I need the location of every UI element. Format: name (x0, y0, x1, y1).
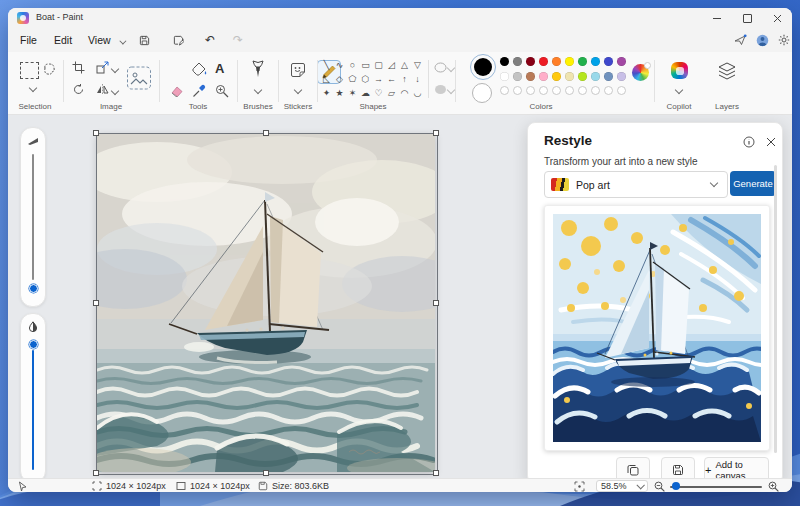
selection-handle-n[interactable] (263, 130, 269, 136)
flip-chevron-icon[interactable] (111, 87, 119, 95)
stickers-chevron-icon[interactable] (294, 86, 302, 94)
shape-cell[interactable]: ◇ (333, 72, 346, 85)
shape-cell[interactable]: ⬡ (359, 72, 372, 85)
share-button[interactable] (730, 31, 750, 49)
palette-color[interactable] (552, 72, 561, 81)
shape-cell[interactable]: △ (398, 58, 411, 71)
shape-cell[interactable]: ▢ (372, 58, 385, 71)
palette-empty-slot[interactable] (552, 86, 561, 95)
palette-color[interactable] (565, 57, 574, 66)
save-button[interactable] (134, 31, 154, 49)
fit-to-screen-button[interactable] (574, 480, 585, 492)
undo-button[interactable]: ↶ (200, 31, 220, 49)
brush-size-thumb[interactable] (29, 284, 38, 293)
palette-color[interactable] (591, 57, 600, 66)
fill-tool-icon[interactable] (192, 62, 207, 77)
shape-cell[interactable]: ♡ (372, 86, 385, 99)
selection-handle-sw[interactable] (93, 470, 99, 476)
palette-color[interactable] (526, 57, 535, 66)
copilot-icon[interactable] (671, 62, 688, 79)
minimize-button[interactable] (702, 8, 732, 28)
rotate-icon[interactable] (72, 83, 85, 96)
save-as-button[interactable] (168, 31, 188, 49)
copilot-chevron-icon[interactable] (675, 86, 683, 94)
palette-color[interactable] (552, 57, 561, 66)
resize-icon[interactable] (96, 61, 109, 74)
palette-color[interactable] (604, 72, 613, 81)
shape-cell[interactable]: ⬠ (346, 72, 359, 85)
selection-handle-ne[interactable] (433, 130, 439, 136)
palette-empty-slot[interactable] (617, 86, 626, 95)
shape-cell[interactable]: → (372, 72, 385, 85)
shape-cell[interactable]: ◠ (398, 86, 411, 99)
palette-empty-slot[interactable] (500, 86, 509, 95)
sticker-icon[interactable] (290, 62, 306, 78)
shape-cell[interactable]: ✦ (320, 86, 333, 99)
brushes-chevron-icon[interactable] (254, 86, 262, 94)
palette-color[interactable] (500, 72, 509, 81)
shape-cell[interactable]: ▱ (385, 86, 398, 99)
shape-cell[interactable]: ★ (333, 86, 346, 99)
eyedropper-tool-icon[interactable] (192, 84, 206, 98)
selection-handle-se[interactable] (433, 470, 439, 476)
settings-button[interactable] (774, 31, 792, 49)
brush-icon[interactable] (250, 60, 266, 80)
shape-outline-icon[interactable] (434, 62, 447, 73)
opacity-slider[interactable] (20, 313, 46, 483)
zoom-in-button[interactable] (768, 480, 779, 492)
opacity-thumb[interactable] (29, 340, 38, 349)
shape-fill-icon[interactable] (434, 84, 447, 95)
selection-handle-w[interactable] (93, 300, 99, 306)
zoom-slider-track[interactable] (670, 486, 762, 488)
palette-empty-slot[interactable] (526, 86, 535, 95)
shape-cell[interactable]: ◡ (411, 86, 424, 99)
palette-color[interactable] (500, 57, 509, 66)
palette-color[interactable] (578, 57, 587, 66)
shape-cell[interactable]: ○ (346, 58, 359, 71)
flip-icon[interactable] (96, 83, 109, 96)
shape-cell[interactable]: ◺ (320, 72, 333, 85)
palette-color[interactable] (539, 72, 548, 81)
restyle-close-button[interactable] (764, 135, 778, 149)
palette-color[interactable] (578, 72, 587, 81)
palette-color[interactable] (539, 57, 548, 66)
restyle-scrollbar[interactable] (774, 165, 777, 453)
shape-cell[interactable]: ↓ (411, 72, 424, 85)
fill-chevron-icon[interactable] (447, 86, 455, 94)
palette-color[interactable] (604, 57, 613, 66)
shape-cell[interactable]: ▽ (411, 58, 424, 71)
menu-file[interactable]: File (16, 32, 41, 48)
shape-cell[interactable]: ◿ (385, 58, 398, 71)
selection-handle-e[interactable] (433, 300, 439, 306)
eraser-tool-icon[interactable] (168, 85, 183, 98)
shape-cell[interactable]: ∿ (333, 58, 346, 71)
shape-cell[interactable]: ↑ (398, 72, 411, 85)
resize-chevron-icon[interactable] (111, 65, 119, 73)
palette-color[interactable] (617, 72, 626, 81)
shape-cell[interactable]: ☁ (359, 86, 372, 99)
palette-empty-slot[interactable] (565, 86, 574, 95)
edit-colors-icon[interactable] (632, 64, 649, 81)
background-removal-icon[interactable] (126, 64, 152, 92)
redo-button[interactable]: ↷ (228, 31, 248, 49)
palette-empty-slot[interactable] (591, 86, 600, 95)
text-tool-icon[interactable]: A (215, 61, 224, 76)
color1-swatch[interactable] (470, 54, 496, 80)
palette-color[interactable] (565, 72, 574, 81)
magnifier-tool-icon[interactable] (215, 84, 229, 98)
palette-color[interactable] (513, 72, 522, 81)
layers-icon[interactable] (717, 61, 737, 81)
canvas-artwork[interactable] (97, 134, 435, 472)
shape-cell[interactable]: ▭ (359, 58, 372, 71)
zoom-slider-thumb[interactable] (672, 482, 680, 490)
account-button[interactable] (752, 31, 772, 49)
style-dropdown[interactable]: Pop art (544, 171, 728, 198)
brush-size-slider[interactable] (20, 127, 46, 307)
zoom-level-dropdown[interactable]: 58.5% (596, 480, 648, 492)
freeform-select-icon[interactable] (42, 62, 57, 77)
close-button[interactable] (762, 8, 792, 28)
palette-color[interactable] (591, 72, 600, 81)
palette-color[interactable] (617, 57, 626, 66)
shape-cell[interactable]: ← (385, 72, 398, 85)
generate-button[interactable]: Generate (730, 171, 776, 196)
